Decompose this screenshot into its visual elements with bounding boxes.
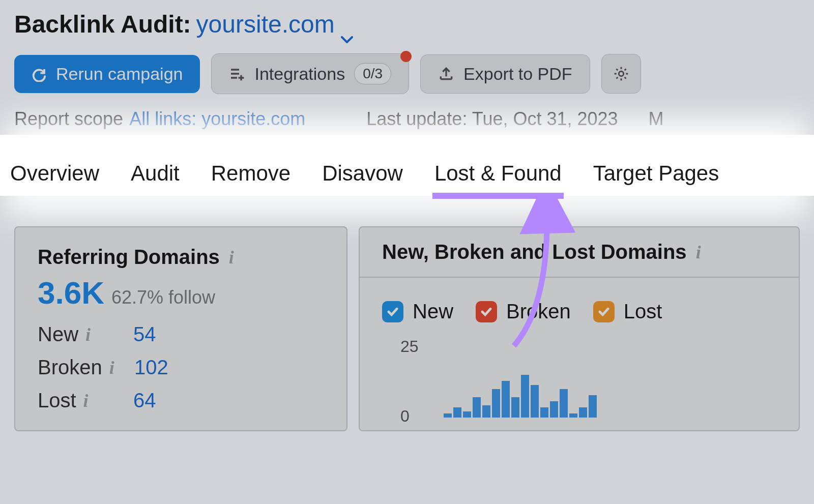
domains-chart-header: New, Broken and Lost Domains i: [360, 227, 799, 278]
stat-row-broken: Broken i 102: [38, 356, 324, 379]
gear-icon: [613, 66, 629, 82]
bar: [540, 407, 548, 418]
referring-domains-title-text: Referring Domains: [38, 246, 220, 269]
bar: [569, 413, 577, 418]
referring-domains-card: Referring Domains i 3.6K 62.7% follow Ne…: [14, 226, 347, 431]
referring-domains-title: Referring Domains i: [38, 246, 324, 269]
chart-legend: New Broken Lost: [360, 278, 799, 333]
bar: [502, 381, 510, 418]
legend-broken-label: Broken: [506, 300, 571, 323]
chevron-down-icon: [341, 21, 353, 28]
stat-label-lost: Lost i: [38, 389, 114, 412]
last-update: Last update: Tue, Oct 31, 2023: [366, 108, 618, 130]
info-icon[interactable]: i: [109, 357, 114, 378]
export-label: Export to PDF: [463, 64, 572, 84]
tab-bar: Overview Audit Remove Disavow Lost & Fou…: [0, 161, 814, 196]
tab-lost-found[interactable]: Lost & Found: [434, 161, 562, 196]
integrations-button[interactable]: Integrations 0/3: [211, 53, 409, 94]
referring-domains-value: 3.6K: [38, 275, 104, 311]
stat-row-lost: Lost i 64: [38, 389, 324, 412]
integrations-label: Integrations: [254, 64, 345, 84]
checkbox-new[interactable]: [382, 301, 403, 322]
domain-text: yoursite.com: [196, 10, 335, 38]
action-toolbar: Rerun campaign Integrations 0/3 Export t…: [14, 53, 800, 94]
settings-button[interactable]: [601, 54, 641, 94]
refresh-icon: [32, 66, 47, 81]
stat-value-lost[interactable]: 64: [133, 389, 156, 412]
legend-new-label: New: [413, 300, 453, 323]
scope-info-row: Report scope All links: yoursite.com Las…: [14, 108, 800, 130]
tab-overview[interactable]: Overview: [10, 161, 99, 196]
stat-label-new: New i: [38, 323, 114, 346]
legend-broken[interactable]: Broken: [476, 300, 571, 323]
content-area: Referring Domains i 3.6K 62.7% follow Ne…: [0, 196, 814, 431]
stat-label-new-text: New: [38, 323, 78, 346]
scope-label: Report scope: [14, 108, 123, 130]
last-update-label: Last update:: [366, 108, 467, 129]
domains-chart-title-text: New, Broken and Lost Domains: [382, 241, 687, 263]
bar: [531, 385, 539, 418]
checkbox-broken[interactable]: [476, 301, 497, 322]
scope-link[interactable]: All links: yoursite.com: [129, 108, 305, 130]
bar: [482, 405, 490, 418]
bar: [589, 395, 597, 418]
legend-lost[interactable]: Lost: [593, 300, 662, 323]
integrations-count-pill: 0/3: [354, 63, 391, 84]
tab-disavow[interactable]: Disavow: [322, 161, 403, 196]
page-title-label: Backlink Audit:: [14, 10, 191, 38]
stat-label-broken-text: Broken: [38, 356, 102, 379]
bar: [521, 375, 529, 418]
info-icon[interactable]: i: [696, 242, 701, 263]
upload-icon: [438, 66, 454, 82]
rerun-label: Rerun campaign: [56, 64, 183, 84]
checkbox-lost[interactable]: [593, 301, 615, 322]
bar: [550, 401, 558, 418]
domains-chart-title: New, Broken and Lost Domains i: [382, 241, 701, 263]
bar: [463, 411, 471, 418]
info-icon[interactable]: i: [229, 247, 234, 268]
referring-domains-subtext: 62.7% follow: [111, 287, 215, 308]
bar: [473, 397, 481, 418]
bar: [511, 397, 519, 418]
referring-domains-metric: 3.6K 62.7% follow: [38, 275, 324, 311]
notification-dot-icon: [400, 51, 412, 62]
stat-value-new[interactable]: 54: [133, 323, 156, 346]
tab-lost-found-label: Lost & Found: [434, 161, 562, 185]
stat-row-new: New i 54: [38, 323, 324, 346]
page-header: Backlink Audit: yoursite.com Rerun campa…: [0, 0, 814, 135]
stat-value-broken[interactable]: 102: [134, 356, 168, 379]
stat-label-lost-text: Lost: [38, 389, 76, 412]
chart-area: 25 0: [360, 333, 799, 420]
export-pdf-button[interactable]: Export to PDF: [420, 54, 590, 94]
bar: [453, 407, 461, 418]
bar: [444, 413, 452, 418]
tabs-section: Overview Audit Remove Disavow Lost & Fou…: [0, 135, 814, 196]
domain-selector[interactable]: yoursite.com: [196, 10, 353, 38]
bar: [560, 389, 568, 418]
tab-audit[interactable]: Audit: [131, 161, 180, 196]
title-row: Backlink Audit: yoursite.com: [14, 10, 800, 38]
tab-target-pages[interactable]: Target Pages: [593, 161, 719, 196]
integrations-icon: [229, 66, 245, 82]
chart-bars: [444, 375, 597, 418]
y-tick-25: 25: [400, 337, 419, 356]
bar: [579, 407, 587, 418]
domains-chart-card: New, Broken and Lost Domains i New Broke…: [359, 226, 800, 431]
stat-label-broken: Broken i: [38, 356, 134, 379]
rerun-campaign-button[interactable]: Rerun campaign: [14, 55, 200, 93]
truncated-text: M: [649, 108, 664, 130]
bar: [492, 389, 500, 418]
y-tick-0: 0: [400, 407, 410, 426]
tab-remove[interactable]: Remove: [211, 161, 290, 196]
info-icon[interactable]: i: [83, 390, 89, 411]
legend-new[interactable]: New: [382, 300, 453, 323]
legend-lost-label: Lost: [624, 300, 662, 323]
last-update-value: Tue, Oct 31, 2023: [472, 108, 618, 129]
svg-point-0: [619, 71, 623, 76]
info-icon[interactable]: i: [85, 324, 91, 345]
